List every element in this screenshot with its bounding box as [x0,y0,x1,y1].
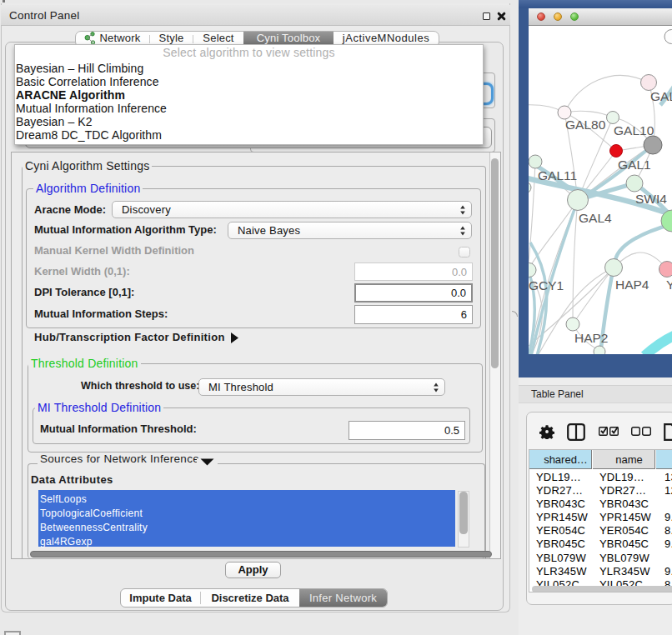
svg-text:HAP4: HAP4 [615,278,649,292]
svg-text:SWI4: SWI4 [635,192,667,206]
svg-text:GCY1: GCY1 [529,278,564,292]
svg-text:GAL4: GAL4 [579,211,612,225]
svg-text:GAL1: GAL1 [618,158,651,172]
svg-text:Y: Y [666,278,672,292]
svg-text:GAL10: GAL10 [614,123,654,138]
svg-text:GAL80: GAL80 [565,118,606,132]
svg-text:GAL2: GAL2 [650,89,672,103]
svg-text:HAP2: HAP2 [574,331,609,345]
svg-text:GAL11: GAL11 [538,168,577,182]
